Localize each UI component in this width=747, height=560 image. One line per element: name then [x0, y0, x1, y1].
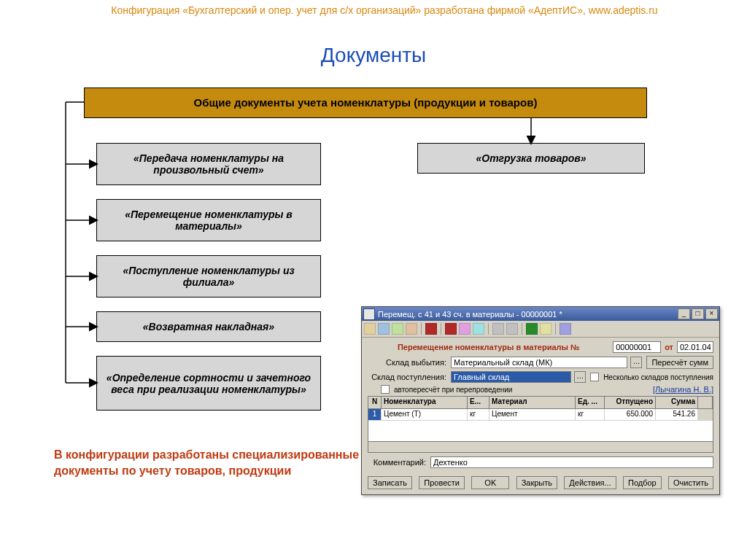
cell-material: Цемент [489, 409, 576, 420]
tb-save-icon[interactable] [392, 323, 403, 335]
recalc-button[interactable]: Пересчёт сумм [646, 356, 713, 369]
doc-number-input[interactable] [613, 341, 661, 353]
ok-button[interactable]: OK [471, 476, 509, 489]
window-icon [363, 308, 375, 320]
cell-nomenclature: Цемент (Т) [382, 409, 468, 420]
pick-button[interactable]: Подбор [623, 476, 662, 489]
page-title: Документы [0, 44, 747, 67]
col-n[interactable]: N [368, 397, 382, 408]
multi-warehouse-label: Несколько складов поступления [603, 373, 713, 381]
doc-box-move-materials: «Перемещение номенклатуры в материалы» [96, 199, 321, 241]
tb-action2-icon[interactable] [473, 323, 484, 335]
tb-del-icon[interactable] [425, 323, 437, 335]
warehouse-in-input[interactable] [451, 371, 571, 383]
grid-row[interactable]: 1 Цемент (Т) кг Цемент кг 650.000 541.26 [368, 409, 713, 421]
cell-released: 650.000 [605, 409, 656, 420]
tb-help-icon[interactable] [560, 323, 571, 335]
button-bar: Записать Провести OK Закрыть Действия...… [362, 472, 719, 494]
col-e[interactable]: Е... [468, 397, 489, 408]
warehouse-out-label: Склад выбытия: [368, 358, 446, 367]
comment-input[interactable] [430, 456, 713, 468]
doc-date-input[interactable] [677, 341, 713, 353]
date-label: от [665, 343, 673, 351]
warehouse-out-picker[interactable]: … [630, 357, 642, 368]
multi-warehouse-checkbox[interactable] [590, 373, 599, 381]
warehouse-in-picker[interactable]: … [574, 371, 586, 383]
user-link[interactable]: [Лычагина Н. В.] [653, 385, 713, 394]
tb-new-icon[interactable] [364, 323, 376, 335]
tb-filter-icon[interactable] [540, 323, 551, 335]
tb-copy-icon[interactable] [406, 323, 417, 335]
tb-up-icon[interactable] [492, 323, 504, 335]
doc-box-return-invoice: «Возвратная накладная» [96, 311, 321, 342]
max-button[interactable]: □ [692, 308, 704, 319]
close-button[interactable]: × [705, 308, 718, 319]
tb-cancel-icon[interactable] [445, 323, 457, 335]
cell-unit: кг [576, 409, 605, 420]
bottom-note: В конфигурации разработаны специализиров… [54, 447, 360, 478]
clear-button[interactable]: Очистить [668, 476, 713, 489]
tb-sort-icon[interactable] [526, 323, 538, 335]
header-text: Конфигурация «Бухгалтерский и опер. учет… [44, 4, 725, 16]
doc-box-shipment: «Отгрузка товаров» [417, 143, 645, 174]
tb-down-icon[interactable] [506, 323, 518, 335]
tb-list-icon[interactable] [378, 323, 390, 335]
actions-button[interactable]: Действия... [564, 476, 616, 489]
comment-label: Комментарий: [368, 458, 426, 467]
col-material[interactable]: Материал [489, 397, 576, 408]
col-released[interactable]: Отпущено [605, 397, 656, 408]
window-title: Перемещ. с 41 и 43 сч. в материалы - 000… [378, 310, 678, 319]
cell-sum: 541.26 [656, 409, 698, 420]
cell-e: кг [468, 409, 489, 420]
doc-box-branch-incoming: «Поступление номенклатуры из филиала» [96, 255, 321, 298]
col-sum[interactable]: Сумма [656, 397, 698, 408]
col-nomenclature[interactable]: Номенклатура [382, 397, 468, 408]
post-button[interactable]: Провести [419, 476, 465, 489]
warehouse-out-input[interactable] [451, 357, 627, 368]
doc-box-sort-weight: «Определение сортности и зачетного веса … [96, 356, 321, 411]
window-titlebar[interactable]: Перемещ. с 41 и 43 сч. в материалы - 000… [362, 307, 719, 321]
main-category-box: Общие документы учета номенклатуры (прод… [84, 88, 647, 118]
warehouse-in-label: Склад поступления: [368, 373, 446, 381]
autorecalc-label: автопересчёт при перепроведении [394, 386, 649, 394]
app-window: Перемещ. с 41 и 43 сч. в материалы - 000… [361, 306, 720, 495]
min-button[interactable]: _ [678, 308, 690, 319]
form-title: Перемещение номенклатуры в материалы № [368, 343, 609, 351]
autorecalc-checkbox[interactable] [381, 385, 390, 394]
close-form-button[interactable]: Закрыть [516, 476, 557, 489]
tb-action1-icon[interactable] [459, 323, 471, 335]
save-button[interactable]: Записать [368, 476, 412, 489]
col-unit[interactable]: Ед. ... [576, 397, 605, 408]
items-grid[interactable]: N Номенклатура Е... Материал Ед. ... Отп… [368, 396, 713, 453]
toolbar [362, 321, 719, 338]
grid-hscroll[interactable] [368, 441, 713, 452]
col-scroll [698, 397, 713, 408]
cell-scroll [698, 409, 713, 420]
doc-box-transfer: «Передача номенклатуры на произвольный с… [96, 143, 321, 185]
cell-n: 1 [368, 409, 382, 420]
